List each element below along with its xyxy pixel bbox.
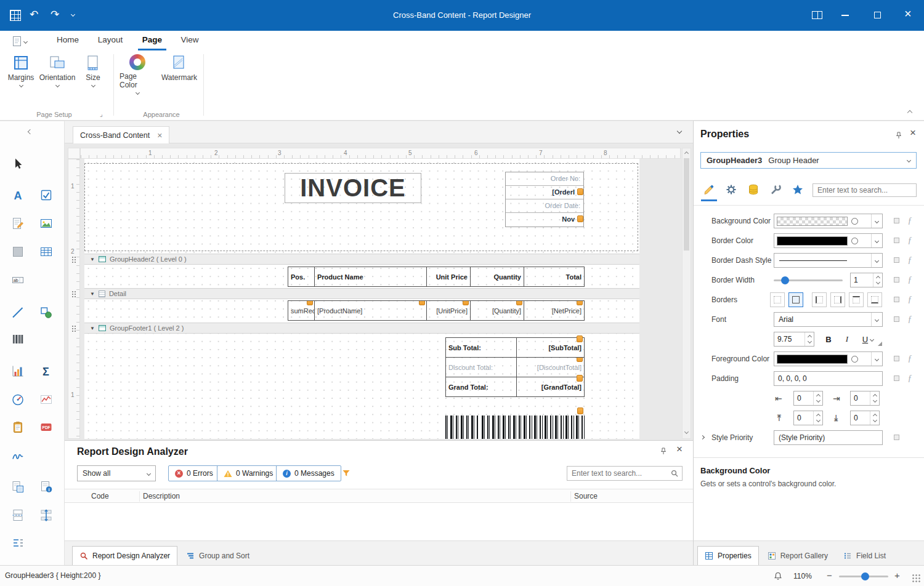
band-strip-detail[interactable]: ▼ Detail (84, 288, 639, 299)
band-collapse-caret-icon[interactable]: ▼ (90, 326, 95, 331)
column-header-source[interactable]: Source (574, 492, 598, 500)
column-header-cell[interactable]: Pos. (288, 267, 315, 287)
scroll-up-icon[interactable] (684, 151, 689, 156)
gauge-tool[interactable] (9, 391, 26, 408)
report-page[interactable]: INVOICE Order No: [OrderI Order Date: No… (84, 159, 639, 439)
borders-none-button[interactable] (770, 292, 785, 307)
border-color-editor[interactable] (774, 233, 883, 248)
page-setup-dialog-launcher[interactable]: ⌟ (100, 111, 103, 118)
design-vertical-scrollbar[interactable] (682, 148, 691, 439)
warnings-toggle-button[interactable]: 0 Warnings (217, 465, 280, 481)
formula-icon[interactable]: ƒ (905, 251, 915, 270)
padding-right-spinner[interactable]: 0 (850, 391, 880, 406)
property-marker[interactable] (894, 375, 899, 381)
formula-icon[interactable]: ƒ (905, 369, 915, 388)
zoom-slider-thumb[interactable] (861, 572, 869, 580)
ribbon-collapse-icon[interactable] (907, 110, 912, 115)
border-width-slider-thumb[interactable] (781, 276, 789, 284)
tab-group-and-sort[interactable]: Group and Sort (179, 546, 256, 565)
formula-icon[interactable]: ƒ (905, 231, 915, 251)
rich-text-tool[interactable] (9, 215, 26, 232)
properties-search[interactable] (813, 183, 917, 197)
checkbox-tool[interactable] (38, 187, 55, 204)
total-value-cell[interactable]: [SubTotal] (516, 337, 585, 358)
tab-report-design-analyzer[interactable]: Report Design Analyzer (72, 546, 177, 565)
analyzer-filter-select[interactable]: Show all (77, 465, 156, 481)
label-tool[interactable]: A (9, 187, 26, 204)
band-drag-handle[interactable] (71, 325, 76, 332)
padding-input[interactable] (774, 374, 882, 383)
scroll-down-icon[interactable] (684, 430, 689, 434)
chart-tool[interactable] (9, 363, 26, 380)
tools-tab[interactable] (768, 182, 784, 198)
detail-cell[interactable]: [NetPrice] (524, 300, 585, 321)
padding-top-spinner[interactable]: 0 (793, 411, 823, 425)
spinner-arrows[interactable] (813, 391, 822, 405)
band-collapse-caret-icon[interactable]: ▼ (90, 291, 95, 297)
tab-properties[interactable]: Properties (697, 546, 759, 565)
document-tab[interactable]: Cross-Band Content × (73, 126, 169, 144)
line-tool[interactable] (9, 304, 26, 321)
order-date-label[interactable]: Order Date: (506, 199, 583, 213)
character-comb-tool[interactable]: ab (9, 271, 26, 289)
band-drag-handle[interactable] (71, 256, 76, 263)
close-icon[interactable]: × (676, 443, 683, 456)
order-date-value[interactable]: Nov (506, 213, 583, 227)
formula-icon[interactable]: ƒ (905, 290, 915, 310)
property-marker[interactable] (894, 257, 899, 263)
font-size-spinner[interactable]: 9.75 (774, 332, 814, 347)
borders-all-button[interactable] (788, 292, 803, 307)
expand-caret-icon[interactable] (700, 435, 705, 440)
page-break-tool[interactable] (9, 507, 26, 524)
order-info-table[interactable]: Order No: [OrderI Order Date: Nov (505, 172, 584, 227)
dropdown-caret[interactable] (871, 352, 882, 366)
column-header-cell[interactable]: Unit Price (426, 267, 471, 287)
clipboard-tool[interactable] (9, 419, 26, 436)
table-tool[interactable] (38, 243, 55, 260)
foreground-color-editor[interactable] (774, 351, 883, 366)
properties-search-input[interactable] (817, 186, 913, 195)
order-no-label[interactable]: Order No: (506, 172, 583, 186)
color-picker-icon[interactable] (848, 218, 861, 225)
zoom-in-button[interactable]: + (894, 570, 900, 580)
column-header-cell[interactable]: Quantity (470, 267, 524, 287)
font-family-select[interactable]: Arial (774, 312, 883, 327)
page-color-button[interactable]: Page Color (120, 54, 155, 94)
panel-tool[interactable] (9, 243, 26, 260)
band-strip-group-header2[interactable]: ▼ GroupHeader2 ( Level 0 ) (84, 254, 639, 265)
color-picker-icon[interactable] (848, 238, 861, 244)
column-header-description[interactable]: Description (143, 492, 180, 500)
watermark-button[interactable]: Watermark (159, 54, 200, 82)
padding-bottom-spinner[interactable]: 0 (850, 411, 880, 425)
table-of-contents-tool[interactable] (9, 535, 26, 552)
analyzer-search[interactable] (567, 466, 683, 481)
messages-toggle-button[interactable]: 0 Messages (276, 465, 341, 481)
total-label-cell[interactable]: Discount Total: (445, 357, 517, 377)
column-header-cell[interactable]: Product Name (314, 267, 427, 287)
toolbox-collapse-icon[interactable] (28, 129, 33, 134)
color-picker-icon[interactable] (848, 356, 861, 363)
minimize-button[interactable] (841, 15, 849, 16)
cross-band-line-tool[interactable] (38, 507, 55, 524)
border-width-spinner[interactable]: 1 (850, 273, 883, 287)
pin-icon[interactable] (660, 448, 667, 455)
docking-layout-icon[interactable] (812, 11, 822, 19)
spinner-arrows[interactable] (804, 332, 814, 346)
detail-cell[interactable]: [Quantity] (470, 300, 524, 321)
tab-field-list[interactable]: Field List (837, 546, 893, 565)
dropdown-caret[interactable] (871, 234, 882, 247)
padding-left-spinner[interactable]: 0 (793, 391, 823, 406)
property-marker[interactable] (894, 297, 899, 302)
italic-button[interactable]: I (839, 332, 855, 347)
zoom-percent-label[interactable]: 110% (793, 572, 812, 580)
property-marker[interactable] (894, 435, 899, 440)
zoom-out-button[interactable]: − (827, 570, 832, 580)
sparkline-tool[interactable] (38, 391, 55, 408)
file-menu-button[interactable] (12, 34, 32, 49)
detail-cell[interactable]: sumRec (288, 300, 315, 321)
analyzer-search-input[interactable] (572, 469, 671, 478)
invoice-title-label[interactable]: INVOICE (285, 173, 421, 203)
formula-icon[interactable]: ƒ (905, 349, 915, 369)
underline-button[interactable]: U (857, 332, 878, 347)
detail-cell[interactable]: [UnitPrice] (426, 300, 471, 321)
